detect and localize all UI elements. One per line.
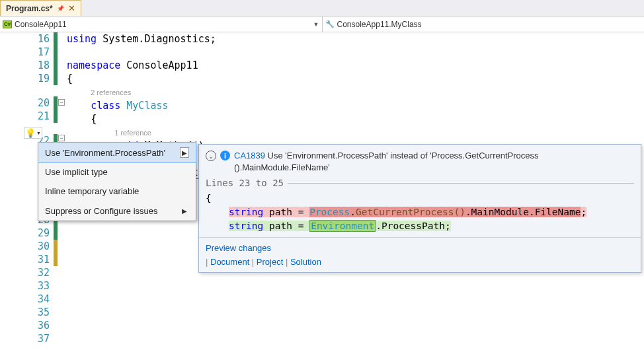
class-icon: 🔧 [325, 20, 335, 29]
menu-item-label: Use implicit type [45, 167, 108, 177]
nav-scope-dropdown[interactable]: C# ConsoleApp11 ▼ [0, 17, 323, 32]
preview-action-links: Preview changes | Document | Project | S… [199, 237, 641, 272]
tab-bar: Program.cs* 📌 ✕ [0, 0, 644, 17]
csharp-icon: C# [3, 20, 12, 28]
nav-class-dropdown[interactable]: 🔧 ConsoleApp11.MyClass [323, 17, 645, 32]
info-icon: i [220, 151, 230, 160]
chevron-down-icon: ▼ [36, 131, 41, 135]
preview-header: ⌄ i CA1839 Use 'Environment.ProcessPath'… [199, 145, 641, 176]
lines-label: Lines 23 to 25 [199, 176, 641, 190]
chevron-down-icon: ▼ [313, 21, 319, 28]
menu-item-suppress[interactable]: Suppress or Configure issues ▶ [38, 201, 196, 221]
fix-document-link[interactable]: Document [210, 257, 249, 267]
navigation-bar: C# ConsoleApp11 ▼ 🔧 ConsoleApp11.MyClass [0, 17, 644, 32]
menu-item-inline-variable[interactable]: Inline temporary variable [38, 182, 196, 201]
collapse-toggle-icon[interactable]: ⌄ [206, 151, 216, 161]
close-icon[interactable]: ✕ [68, 3, 75, 13]
fold-toggle[interactable]: − [58, 99, 65, 106]
pin-icon[interactable]: 📌 [57, 5, 64, 12]
editor-margin [0, 32, 22, 350]
menu-item-label: Suppress or Configure issues [45, 206, 158, 216]
codelens-references[interactable]: 2 references [91, 88, 131, 96]
diagnostic-message: CA1839 Use 'Environment.ProcessPath' ins… [234, 150, 539, 173]
submenu-arrow-icon: ▶ [180, 147, 189, 158]
tab-title: Program.cs* [6, 4, 53, 13]
preview-changes-link[interactable]: Preview changes [206, 243, 271, 253]
rule-link[interactable]: CA1839 [234, 151, 265, 160]
code-fix-preview: ⌄ i CA1839 Use 'Environment.ProcessPath'… [198, 144, 641, 273]
nav-class-label: ConsoleApp11.MyClass [337, 20, 422, 29]
diff-preview: { string path = Process.GetCurrentProces… [199, 190, 641, 237]
fix-solution-link[interactable]: Solution [290, 257, 321, 267]
file-tab[interactable]: Program.cs* 📌 ✕ [0, 0, 81, 16]
fix-project-link[interactable]: Project [257, 257, 283, 267]
fold-toggle[interactable]: − [58, 135, 65, 141]
menu-item-label: Inline temporary variable [45, 186, 139, 196]
nav-project-label: ConsoleApp11 [15, 20, 67, 29]
lightbulb-button[interactable]: 💡 ▼ [24, 127, 42, 139]
menu-item-implicit-type[interactable]: Use implicit type [38, 162, 196, 182]
lightbulb-icon: 💡 [25, 128, 36, 138]
menu-item-label: Use 'Environment.ProcessPath' [45, 148, 165, 158]
quick-actions-menu: Use 'Environment.ProcessPath' ▶ Use impl… [38, 142, 196, 221]
codelens-references[interactable]: 1 reference [114, 129, 151, 137]
menu-item-use-processpath[interactable]: Use 'Environment.ProcessPath' ▶ [38, 142, 196, 163]
submenu-arrow-icon: ▶ [180, 205, 189, 216]
